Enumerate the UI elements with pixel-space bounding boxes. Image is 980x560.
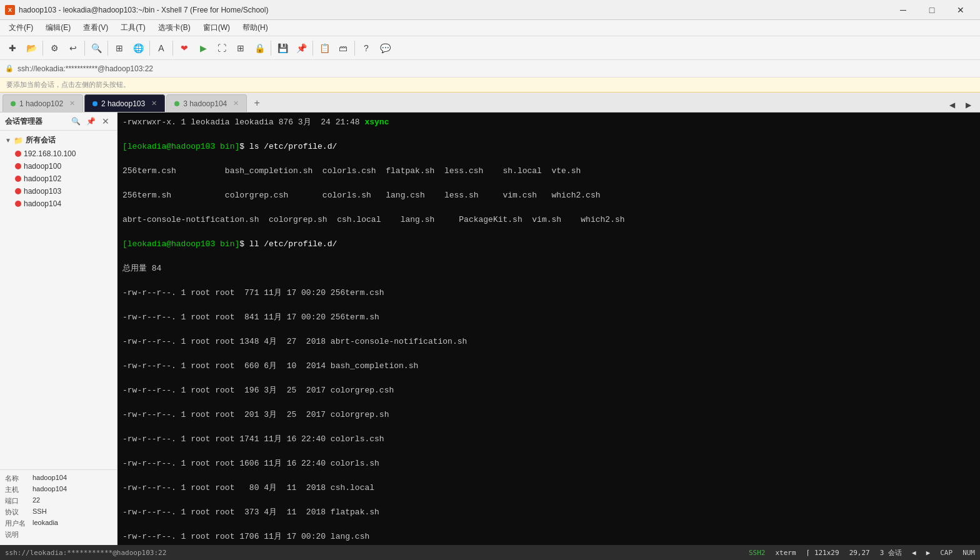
tb-btn3[interactable]: ↩: [64, 39, 82, 57]
prop-host-label: 主机: [5, 485, 32, 494]
title-bar: X hadoop103 - leokadia@hadoop103:~/bin -…: [0, 0, 980, 20]
tab-add-button[interactable]: +: [248, 94, 266, 112]
session-192[interactable]: 192.168.10.100: [0, 148, 117, 160]
terminal-line-2: [leokadia@hadoop103 bin]$ ls /etc/profil…: [122, 141, 975, 153]
menu-file[interactable]: 文件(F): [2, 21, 39, 34]
prop-name-label: 名称: [5, 474, 32, 483]
session-dot-102: [15, 176, 21, 182]
session-label-100: hadoop100: [24, 162, 61, 171]
sidebar-close-btn[interactable]: ✕: [99, 115, 112, 128]
terminal-line-17: -rw-r--r--. 1 root root 373 4月 11 2018 f…: [122, 506, 975, 519]
app-icon: X: [5, 5, 15, 15]
tb-btn5[interactable]: ⊞: [111, 39, 128, 57]
session-tree: ▼ 📁 所有会话 192.168.10.100 hadoop100 hadoop…: [0, 131, 117, 469]
tb-btn8[interactable]: ❤: [176, 39, 193, 57]
address-icon: 🔒: [5, 64, 14, 72]
tb-sep7: [312, 41, 313, 56]
tb-btn9[interactable]: ▶: [194, 39, 212, 57]
session-group-all[interactable]: ▼ 📁 所有会话: [0, 133, 117, 148]
tab-2-dot: [92, 101, 98, 106]
terminal-line-12: -rw-r--r--. 1 root root 196 3月 25 2017 c…: [122, 384, 975, 397]
properties-panel: 名称 hadoop104 主机 hadoop104 端口 22 协议 SSH 用…: [0, 469, 117, 545]
address-text: ssh://leokadia:***********@hadoop103:22: [18, 64, 153, 73]
tab-prev[interactable]: ◀: [945, 98, 959, 112]
status-sessions: 3 会话: [880, 548, 902, 558]
prop-user-label: 用户名: [5, 519, 32, 528]
session-hadoop100[interactable]: hadoop100: [0, 160, 117, 172]
new-session-btn[interactable]: ✚: [4, 39, 21, 57]
menu-tabs[interactable]: 选项卡(B): [152, 21, 197, 34]
tb-btn13[interactable]: 💾: [274, 39, 291, 57]
session-label-104: hadoop104: [24, 199, 61, 208]
tab-next[interactable]: ▶: [961, 98, 975, 112]
minimize-button[interactable]: ─: [889, 0, 918, 20]
session-hadoop102[interactable]: hadoop102: [0, 172, 117, 185]
session-label-192: 192.168.10.100: [24, 149, 76, 158]
terminal-line-1: -rwxrwxr-x. 1 leokadia leokadia 876 3月 2…: [122, 116, 975, 129]
tb-btn12[interactable]: 🔒: [251, 39, 268, 57]
status-nav-prev[interactable]: ◀: [912, 549, 916, 557]
tb-btn2[interactable]: ⚙: [46, 39, 63, 57]
tab-3[interactable]: 3 hadoop104 ✕: [166, 94, 247, 112]
prop-name: 名称 hadoop104: [5, 474, 112, 483]
sidebar-header: 会话管理器 🔍 📌 ✕: [0, 112, 117, 131]
menu-help[interactable]: 帮助(H): [236, 21, 274, 34]
tb-help[interactable]: ?: [358, 39, 375, 57]
prop-host: 主机 hadoop104: [5, 485, 112, 494]
sidebar-search-btn[interactable]: 🔍: [69, 115, 82, 128]
terminal[interactable]: -rwxrwxr-x. 1 leokadia leokadia 876 3月 2…: [118, 112, 980, 545]
terminal-line-5: abrt-console-notification.sh colorgrep.s…: [122, 214, 975, 226]
prop-port-value: 22: [32, 496, 40, 506]
maximize-button[interactable]: □: [918, 0, 946, 20]
prop-user-value: leokadia: [32, 519, 58, 528]
tb-sep1: [42, 41, 43, 56]
terminal-line-6: [leokadia@hadoop103 bin]$ ll /etc/profil…: [122, 238, 975, 251]
tb-btn11[interactable]: ⊞: [232, 39, 249, 57]
terminal-line-10: -rw-r--r--. 1 root root 1348 4月 27 2018 …: [122, 336, 975, 348]
status-cap: CAP: [940, 549, 952, 557]
tb-comment[interactable]: 💬: [376, 39, 394, 57]
tab-2-label: 2 hadoop103: [101, 99, 145, 108]
tab-3-close[interactable]: ✕: [233, 99, 239, 108]
folder-icon: 📁: [14, 136, 23, 145]
status-nav-next[interactable]: ▶: [926, 549, 931, 557]
window-title: hadoop103 - leokadia@hadoop103:~/bin - X…: [19, 6, 268, 14]
info-text: 要添加当前会话，点击左侧的箭头按钮。: [6, 80, 130, 89]
open-btn[interactable]: 📂: [22, 39, 40, 57]
prop-host-value: hadoop104: [32, 485, 67, 494]
tab-1-close[interactable]: ✕: [69, 99, 75, 108]
group-toggle: ▼: [5, 137, 11, 144]
session-hadoop103[interactable]: hadoop103: [0, 185, 117, 198]
terminal-line-14: -rw-r--r--. 1 root root 1741 11月 16 22:4…: [122, 433, 975, 446]
session-hadoop104[interactable]: hadoop104: [0, 198, 117, 210]
tab-2-close[interactable]: ✕: [151, 99, 157, 108]
status-ssh: SSH2: [749, 549, 766, 557]
menu-view[interactable]: 查看(V): [77, 21, 114, 34]
tb-btn4[interactable]: 🔍: [88, 39, 105, 57]
status-connection: ssh://leokadia:***********@hadoop103:22: [5, 549, 166, 557]
menu-tools[interactable]: 工具(T): [114, 21, 151, 34]
terminal-line-3: 256term.csh bash_completion.sh colorls.c…: [122, 165, 975, 178]
menu-edit[interactable]: 编辑(E): [39, 21, 77, 34]
prop-desc-label: 说明: [5, 530, 32, 539]
menu-window[interactable]: 窗口(W): [197, 21, 236, 34]
terminal-line-15: -rw-r--r--. 1 root root 1606 11月 16 22:4…: [122, 458, 975, 470]
tab-2[interactable]: 2 hadoop103 ✕: [84, 94, 165, 112]
tab-3-label: 3 hadoop104: [183, 99, 227, 108]
prop-protocol: 协议 SSH: [5, 508, 112, 517]
close-button[interactable]: ✕: [946, 0, 975, 20]
tb-btn15[interactable]: 📋: [316, 39, 333, 57]
terminal-line-18: -rw-r--r--. 1 root root 1706 11月 17 00:2…: [122, 531, 975, 543]
sidebar-pin-btn[interactable]: 📌: [84, 115, 97, 128]
prop-desc: 说明: [5, 530, 112, 539]
terminal-line-13: -rw-r--r--. 1 root root 201 3月 25 2017 c…: [122, 409, 975, 421]
tab-1[interactable]: 1 hadoop102 ✕: [2, 94, 83, 112]
status-terminal: xterm: [776, 549, 796, 557]
tb-btn14[interactable]: 📌: [292, 39, 310, 57]
tb-btn6[interactable]: 🌐: [129, 39, 147, 57]
tb-btn10[interactable]: ⛶: [213, 39, 231, 57]
tb-btn16[interactable]: 🗃: [334, 39, 352, 57]
prop-user: 用户名 leokadia: [5, 519, 112, 528]
tb-btn7[interactable]: A: [152, 39, 170, 57]
session-label-103: hadoop103: [24, 187, 61, 196]
